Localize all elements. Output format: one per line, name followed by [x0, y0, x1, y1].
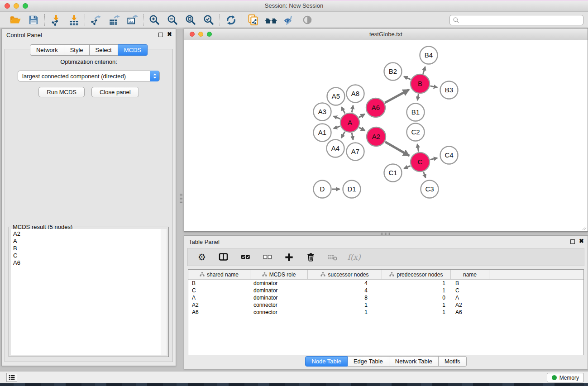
table-row[interactable]: Bdominator41B — [188, 280, 583, 287]
graph-edge-C-C1[interactable] — [404, 166, 411, 169]
close-panel-icon[interactable]: ✖ — [167, 31, 172, 38]
graph-edge-A-A3[interactable] — [334, 116, 340, 119]
result-list-item[interactable]: A — [11, 238, 167, 245]
graph-edge-A2-C[interactable] — [385, 142, 409, 156]
graph-node-C1[interactable]: C1 — [384, 164, 402, 182]
graph-node-B4[interactable]: B4 — [420, 47, 438, 64]
import-table-icon[interactable] — [67, 13, 81, 27]
refresh-layout-icon[interactable] — [224, 13, 238, 27]
graph-edge-A-A8[interactable] — [352, 105, 353, 112]
table-cell[interactable]: A — [188, 294, 250, 301]
graph-edge-A-A6[interactable] — [359, 114, 365, 118]
graph-edge-C-C3[interactable] — [424, 172, 426, 178]
graph-edge-B-B1[interactable] — [417, 94, 418, 100]
table-cell[interactable]: A2 — [451, 301, 489, 309]
table-cell[interactable]: B — [451, 280, 489, 287]
table-cell[interactable]: A — [451, 294, 489, 301]
table-cell[interactable]: 1 — [308, 309, 382, 316]
result-list-item[interactable]: A2 — [11, 230, 167, 238]
table-cell[interactable]: connector — [250, 301, 308, 309]
optimization-criterion-dropdown[interactable]: largest connected component (directed) — [18, 71, 160, 81]
graph-node-A3[interactable]: A3 — [314, 103, 331, 121]
table-cell[interactable]: C — [451, 287, 489, 294]
export-image-icon[interactable] — [125, 13, 139, 27]
table-cell[interactable]: 1 — [382, 301, 451, 309]
graph-node-B2[interactable]: B2 — [384, 63, 402, 81]
graph-node-C3[interactable]: C3 — [421, 181, 439, 198]
memory-button[interactable]: Memory — [547, 373, 584, 382]
table-cell[interactable]: 8 — [308, 294, 382, 301]
tab-edge-table[interactable]: Edge Table — [348, 356, 389, 367]
run-mcds-button[interactable]: Run MCDS — [38, 87, 85, 97]
table-cell[interactable]: 4 — [308, 287, 382, 294]
graph-node-A6[interactable]: A6 — [366, 98, 385, 117]
graph-node-B[interactable]: B — [411, 74, 430, 93]
graph-edge-A-A7[interactable] — [352, 133, 353, 140]
column-header-shared-name[interactable]: shared name — [188, 270, 250, 279]
window-resize-grip[interactable] — [581, 225, 587, 230]
show-hidden-icon[interactable] — [301, 13, 314, 27]
select-all-checkbox-icon[interactable] — [239, 251, 251, 263]
result-list-item[interactable]: A6 — [11, 259, 167, 267]
delete-column-icon[interactable] — [305, 251, 316, 263]
table-cell[interactable]: 1 — [308, 301, 382, 309]
deselect-all-checkbox-icon[interactable] — [261, 251, 273, 263]
close-table-panel-icon[interactable]: ✖ — [579, 238, 584, 244]
add-column-icon[interactable] — [283, 251, 295, 263]
result-list-scrollbar[interactable] — [161, 229, 167, 355]
tab-style[interactable]: Style — [64, 44, 90, 56]
graph-edge-A-A5[interactable] — [342, 107, 345, 113]
table-cell[interactable]: 1 — [382, 309, 451, 316]
tab-motifs[interactable]: Motifs — [439, 356, 467, 367]
zoom-in-icon[interactable] — [148, 13, 161, 27]
table-cell[interactable]: C — [188, 287, 250, 294]
first-neighbors-icon[interactable] — [264, 13, 278, 27]
hide-selected-icon[interactable] — [282, 13, 296, 27]
table-cell[interactable]: B — [188, 280, 250, 287]
table-cell[interactable]: connector — [250, 309, 308, 316]
graph-node-D1[interactable]: D1 — [343, 181, 361, 198]
graph-edge-C-C2[interactable] — [417, 144, 419, 152]
zoom-out-icon[interactable] — [166, 13, 179, 27]
column-header-MCDS-role[interactable]: MCDS role — [250, 270, 308, 279]
graph-node-A5[interactable]: A5 — [327, 88, 345, 105]
graph-node-A8[interactable]: A8 — [347, 85, 364, 103]
table-cell[interactable]: dominator — [250, 287, 308, 294]
close-panel-button[interactable]: Close panel — [91, 87, 139, 97]
open-session-icon[interactable] — [9, 13, 22, 27]
zoom-fit-icon[interactable] — [184, 13, 197, 27]
table-cell[interactable]: 1 — [382, 287, 451, 294]
float-panel-icon[interactable] — [158, 33, 163, 37]
graph-node-B3[interactable]: B3 — [440, 81, 458, 99]
table-row[interactable]: Cdominator41C — [188, 287, 583, 294]
graph-edge-A6-B[interactable] — [385, 90, 409, 103]
graph-edge-A-A4[interactable] — [341, 132, 345, 138]
table-cell[interactable]: 0 — [382, 294, 451, 301]
table-row[interactable]: A2connector11A2 — [188, 301, 583, 309]
table-cell[interactable]: 1 — [382, 280, 451, 287]
save-session-icon[interactable] — [27, 13, 40, 27]
table-cell[interactable]: A6 — [188, 309, 250, 316]
tab-network-table[interactable]: Network Table — [389, 356, 439, 367]
graph-node-D[interactable]: D — [314, 181, 331, 198]
table-settings-icon[interactable]: ⚙ — [196, 251, 208, 263]
graph-edge-A-A1[interactable] — [334, 126, 340, 129]
zoom-selected-icon[interactable] — [202, 13, 215, 27]
tab-select[interactable]: Select — [90, 44, 118, 56]
vertical-splitter-grip[interactable] — [180, 193, 182, 203]
graph-edge-B-B4[interactable] — [423, 67, 425, 74]
horizontal-splitter-grip[interactable] — [380, 233, 390, 235]
graph-node-B1[interactable]: B1 — [407, 104, 425, 121]
search-box[interactable] — [449, 15, 583, 25]
import-network-icon[interactable] — [49, 13, 62, 27]
graph-edge-B-B3[interactable] — [430, 86, 438, 87]
table-row[interactable]: A6connector11A6 — [188, 309, 583, 316]
tab-network[interactable]: Network — [30, 44, 64, 56]
network-window-titlebar[interactable]: testGlobe.txt — [184, 29, 588, 40]
search-input[interactable] — [461, 16, 580, 24]
column-header-successor-nodes[interactable]: successor nodes — [308, 270, 382, 279]
tab-mcds[interactable]: MCDS — [118, 44, 148, 56]
export-table-icon[interactable] — [107, 13, 121, 27]
graph-node-A2[interactable]: A2 — [367, 127, 386, 146]
graph-node-A4[interactable]: A4 — [327, 140, 344, 157]
